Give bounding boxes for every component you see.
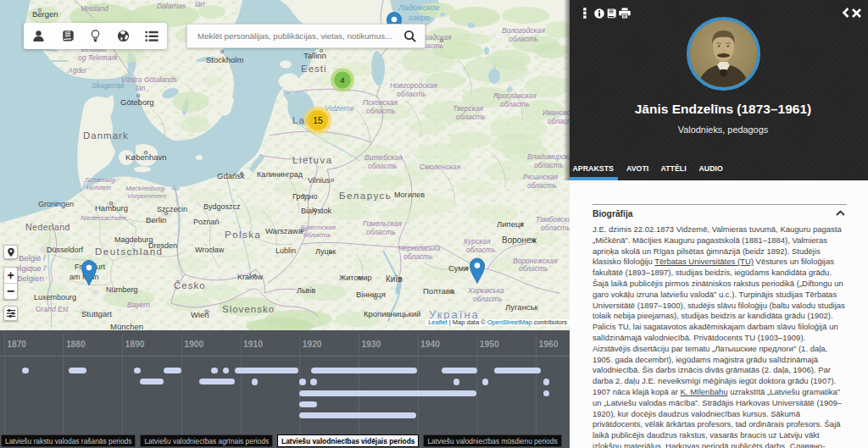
svg-text:Bydgoszcz: Bydgoszcz: [203, 202, 241, 211]
svg-text:Groningen: Groningen: [38, 200, 74, 208]
svg-text:область: область: [534, 161, 564, 169]
svg-text:область: область: [456, 113, 486, 121]
svg-text:Житомир: Житомир: [339, 274, 372, 282]
svg-text:Niedersachsen: Niedersachsen: [81, 214, 126, 222]
svg-text:Bergen: Bergen: [32, 9, 58, 19]
svg-text:область: область: [303, 231, 331, 239]
svg-text:Dalarnas: Dalarnas: [157, 2, 186, 10]
svg-text:Ярославская: Ярославская: [492, 91, 537, 100]
svg-text:озеро: озеро: [409, 13, 430, 22]
svg-text:область: область: [397, 90, 426, 98]
svg-text:Nürnberg: Nürnberg: [106, 285, 138, 294]
svg-text:Lublin: Lublin: [275, 246, 296, 255]
svg-text:область: область: [541, 224, 570, 232]
svg-text:Полтава: Полтава: [423, 286, 455, 296]
svg-text:Київ: Київ: [386, 274, 403, 284]
svg-text:Holstein: Holstein: [86, 184, 111, 191]
svg-text:Вінниця: Вінниця: [356, 290, 386, 299]
svg-text:область: область: [519, 264, 548, 273]
svg-text:Tallinn: Tallinn: [303, 51, 326, 60]
svg-text:область: область: [509, 35, 538, 43]
svg-text:Рязанская: Рязанская: [523, 173, 558, 181]
svg-text:Тамбовска: Тамбовска: [536, 215, 570, 224]
svg-text:Ладожское: Ладожское: [398, 3, 439, 12]
svg-text:Беларусь: Беларусь: [339, 191, 392, 201]
svg-text:Могилев: Могилев: [394, 191, 425, 199]
svg-text:Deutschland: Deutschland: [95, 246, 163, 257]
svg-text:Vidzeme: Vidzeme: [325, 104, 354, 113]
svg-text:Харкiвська: Харкiвська: [467, 286, 504, 295]
svg-text:Warszawa: Warszawa: [265, 226, 303, 235]
svg-text:København: København: [125, 152, 167, 162]
svg-text:Липецк: Липецк: [497, 219, 524, 229]
svg-text:län: län: [195, 0, 205, 8]
svg-text:Vorpommern: Vorpommern: [127, 192, 166, 200]
svg-text:Bayern: Bayern: [127, 301, 150, 309]
svg-text:Slovensko: Slovensko: [222, 304, 275, 314]
svg-text:Луцьк: Луцьк: [315, 247, 336, 256]
svg-text:elgique /: elgique /: [15, 263, 46, 273]
svg-text:Berlin: Berlin: [146, 215, 166, 224]
svg-text:München: München: [110, 322, 143, 330]
svg-text:Stockholm: Stockholm: [206, 55, 243, 64]
svg-text:область: область: [366, 228, 396, 236]
svg-text:Kraków: Kraków: [237, 273, 264, 281]
svg-text:Luxembourg: Luxembourg: [34, 293, 76, 301]
svg-text:Вологодская: Вологодская: [502, 26, 545, 35]
svg-text:Брестская: Брестская: [301, 224, 337, 231]
svg-text:Göteborg: Göteborg: [120, 97, 154, 107]
svg-text:België /: België /: [19, 253, 46, 263]
svg-text:область: область: [527, 181, 557, 190]
svg-text:Смоленская: Смоленская: [420, 163, 461, 171]
svg-text:область: область: [366, 107, 396, 115]
svg-text:область: область: [473, 295, 503, 303]
svg-text:Nederland: Nederland: [25, 222, 70, 232]
svg-text:Wien: Wien: [191, 310, 209, 319]
svg-text:Чернiгiвська: Чернiгiвська: [398, 244, 441, 252]
svg-text:Калининград: Калининград: [257, 170, 303, 179]
svg-text:Magdeburg: Magdeburg: [114, 235, 153, 244]
svg-text:Тверская: Тверская: [453, 104, 484, 113]
svg-text:область: область: [403, 252, 433, 261]
svg-text:Česko: Česko: [174, 280, 206, 290]
svg-text:Danmark: Danmark: [83, 130, 129, 141]
svg-text:Schleswig-: Schleswig-: [85, 176, 118, 184]
svg-text:область: область: [368, 162, 398, 170]
svg-text:Grand Est: Grand Est: [36, 305, 69, 313]
svg-text:Białystok: Białystok: [301, 207, 332, 215]
svg-text:Гомельская: Гомельская: [363, 219, 402, 228]
svg-text:Wrocław: Wrocław: [195, 246, 225, 254]
svg-text:Воронеж: Воронеж: [502, 235, 537, 245]
svg-text:Новгородская: Новгородская: [390, 81, 437, 90]
svg-text:län: län: [136, 84, 146, 92]
svg-text:Mecklenburg-: Mecklenburg-: [125, 185, 167, 192]
svg-text:Szczecin: Szczecin: [157, 205, 187, 213]
svg-text:Львів: Львів: [297, 286, 315, 295]
svg-text:Stuttgart: Stuttgart: [81, 309, 112, 318]
svg-text:Псковская: Псковская: [363, 98, 398, 107]
svg-text:Gdańsk: Gdańsk: [217, 171, 245, 180]
svg-text:Hamburg: Hamburg: [95, 203, 128, 213]
svg-text:Skagerrak: Skagerrak: [92, 81, 125, 90]
svg-text:Кропивницький: Кропивницький: [364, 309, 420, 318]
svg-text:Belgien: Belgien: [17, 274, 44, 283]
svg-text:Polska: Polska: [225, 230, 262, 240]
svg-text:Poznań: Poznań: [193, 218, 220, 226]
svg-text:область: область: [466, 246, 496, 254]
svg-text:Västra Götalands: Västra Götalands: [121, 75, 177, 84]
svg-text:область: область: [500, 100, 530, 108]
svg-text:4: 4: [340, 75, 344, 85]
svg-text:Луганськ: Луганськ: [505, 302, 539, 312]
svg-text:og Telemark: og Telemark: [78, 53, 118, 62]
svg-text:Agder: Agder: [67, 66, 88, 75]
svg-text:Düsseldorf: Düsseldorf: [47, 246, 84, 254]
svg-text:Гродно: Гродно: [292, 192, 317, 201]
svg-text:Суми: Суми: [448, 263, 468, 273]
svg-text:15: 15: [313, 115, 323, 125]
svg-text:Витебская: Витебская: [364, 153, 403, 162]
svg-text:Vilnius: Vilnius: [308, 176, 331, 185]
svg-text:Lietuva: Lietuva: [292, 155, 333, 165]
svg-text:Eesti: Eesti: [301, 64, 327, 74]
svg-text:Курская: Курская: [464, 237, 491, 246]
svg-text:Vestland: Vestland: [81, 4, 108, 13]
